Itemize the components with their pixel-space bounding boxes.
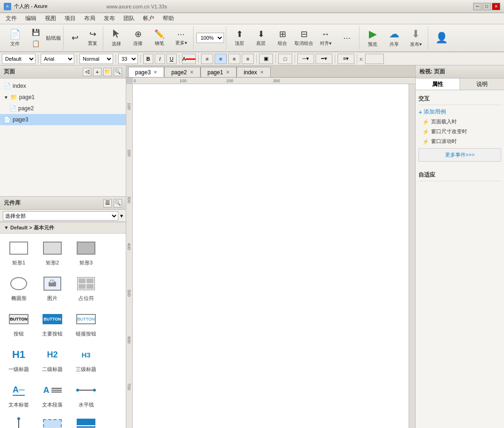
menu-publish[interactable]: 发布 [100, 14, 119, 23]
preview-button[interactable]: ▶ 预览 [362, 27, 383, 49]
event-page-load[interactable]: ⚡ 页面载入时 [418, 117, 501, 127]
font-select[interactable]: Arial [41, 54, 74, 64]
widget-textpara[interactable]: A 文本段落 [36, 378, 68, 412]
menu-help[interactable]: 帮助 [159, 14, 178, 23]
line-style-button[interactable]: ─▾ [297, 54, 314, 64]
align-button[interactable]: ↔ 对齐▾ [315, 27, 336, 49]
canvas-tab-page2-close[interactable]: ✕ [190, 70, 194, 75]
align-center-button[interactable]: ≡ [215, 54, 227, 64]
menu-team[interactable]: 团队 [120, 14, 138, 23]
page-item-page3[interactable]: 📄 page3 [0, 114, 126, 125]
close-button[interactable]: ✕ [492, 3, 500, 10]
canvas-tab-index[interactable]: index ✕ [237, 67, 271, 77]
page-item-index[interactable]: 📄 index [0, 80, 126, 92]
bold-button[interactable]: B [143, 54, 153, 64]
widget-linkbtn[interactable]: BUTTON 链接按钮 [70, 307, 102, 341]
widget-rect3[interactable]: 矩形3 [70, 236, 102, 270]
widget-hline[interactable]: 水平线 [70, 378, 102, 412]
minimize-button[interactable]: ─ [473, 3, 482, 10]
pages-search-btn[interactable]: 🔍 [114, 68, 122, 76]
border-color-button[interactable]: □ [278, 54, 292, 64]
maximize-button[interactable]: □ [482, 3, 491, 10]
more-format-button[interactable]: ≡▾ [338, 54, 354, 64]
select-tool-button[interactable]: 选择 [106, 27, 127, 49]
widget-mainbtn[interactable]: BUTTON 主要按钮 [36, 307, 68, 341]
publish-button[interactable]: ⬇ 发布▾ [405, 27, 426, 49]
menu-file[interactable]: 文件 [2, 14, 21, 23]
save-button[interactable]: 💾 [26, 27, 45, 37]
underline-button[interactable]: U [166, 54, 177, 64]
align-justify-button[interactable]: ≡ [242, 54, 254, 64]
pages-add-btn[interactable]: + [93, 68, 101, 76]
pages-collapse-btn[interactable]: ◁ [83, 68, 91, 76]
right-tab-properties[interactable]: 属性 [416, 78, 460, 90]
style-type-select[interactable]: Normal [79, 54, 113, 64]
page-item-page1[interactable]: ▼ 📁 page1 [0, 92, 126, 103]
share-button[interactable]: ☁ 共享 [384, 27, 404, 49]
undo-button[interactable]: ↩ [66, 27, 83, 49]
connect-tool-button[interactable]: ⊕ 连接 [128, 27, 148, 49]
add-case-link[interactable]: + 添加用例 [418, 107, 501, 117]
widget-rect1[interactable]: 矩形1 [3, 236, 35, 270]
page-tree: 📄 index ▼ 📁 page1 📄 page2 📄 page3 [0, 78, 126, 196]
canvas-tab-page1-close[interactable]: ✕ [226, 70, 230, 75]
top-layer-button[interactable]: ⬆ 顶层 [229, 27, 250, 49]
more-events-button[interactable]: 更多事件>>> [418, 148, 501, 162]
pages-add-folder-btn[interactable]: 📁 [103, 68, 112, 76]
coord-x-input[interactable] [365, 54, 384, 64]
line-width-button[interactable]: ━▾ [316, 54, 332, 64]
more-tools-button[interactable]: ⋯ 更多▾ [171, 27, 191, 49]
page-item-page2[interactable]: 📄 page2 [0, 103, 126, 114]
font-color-button[interactable]: A [182, 54, 196, 64]
canvas-viewport[interactable]: 0 100 200 300 100 200 300 400 500 600 70… [126, 78, 415, 428]
new-file-button[interactable]: 📄 文件 [5, 27, 25, 49]
widget-image[interactable]: 🏔 图片 [36, 272, 68, 306]
vertical-scrollbar[interactable] [409, 84, 415, 428]
widget-oval[interactable]: 椭圆形 [3, 272, 35, 306]
widget-h3[interactable]: H3 三级标题 [70, 343, 102, 377]
group-button[interactable]: ⊞ 组合 [272, 27, 293, 49]
redo-button[interactable]: ↪ 置复 [84, 27, 101, 49]
widget-h2[interactable]: H2 二级标题 [36, 343, 68, 377]
align-left-button[interactable]: ≡ [201, 54, 213, 64]
widget-h1[interactable]: H1 一级标题 [3, 343, 35, 377]
widget-mainbtn-icon: BUTTON [42, 309, 63, 329]
canvas-tab-index-close[interactable]: ✕ [260, 70, 264, 75]
menu-layout[interactable]: 布局 [80, 14, 99, 23]
right-tab-notes-label: 说明 [476, 80, 488, 88]
menu-view[interactable]: 视图 [41, 14, 60, 23]
pen-tool-button[interactable]: ✏️ 钢笔 [149, 27, 170, 49]
widget-search-btn[interactable]: 🔍 [114, 199, 122, 207]
widget-texttag[interactable]: A─ 文本标签 [3, 378, 35, 412]
widget-hotspot[interactable]: 热区 [36, 414, 68, 428]
right-tab-notes[interactable]: 说明 [460, 78, 504, 90]
canvas-content[interactable] [133, 84, 415, 428]
event-window-resize[interactable]: ⚡ 窗口尺寸改变时 [418, 127, 501, 136]
font-size-select[interactable]: 33 [118, 54, 138, 64]
align-right-button[interactable]: ≡ [228, 54, 240, 64]
canvas-tab-page3[interactable]: page3 ✕ [128, 67, 164, 77]
canvas-tab-page1[interactable]: page1 ✕ [201, 67, 237, 77]
clipboard-button[interactable]: 📋 [26, 38, 45, 49]
bottom-layer-button[interactable]: ⬇ 底层 [251, 27, 271, 49]
style-select[interactable]: Default [2, 54, 36, 64]
widget-menu-btn[interactable]: ☰ [103, 199, 112, 207]
widget-button[interactable]: BUTTON 按钮 [3, 307, 35, 341]
ungroup-button[interactable]: ⊟ 取消组合 [294, 27, 314, 49]
menu-project[interactable]: 项目 [61, 14, 79, 23]
widget-dynamic[interactable]: 动态面板 [70, 414, 102, 428]
fill-color-button[interactable]: ▣ [259, 54, 273, 64]
menu-account[interactable]: 帐户 [139, 14, 158, 23]
more-ops-button[interactable]: ⋯ [337, 27, 357, 49]
zoom-select[interactable]: 100% 50% 150% 200% [196, 33, 224, 43]
widget-placeholder[interactable]: 占位符 [70, 272, 102, 306]
user-avatar-button[interactable]: 👤 [431, 27, 452, 49]
italic-button[interactable]: I [155, 54, 165, 64]
widget-category-select[interactable]: 选择全部 [3, 211, 118, 221]
event-window-scroll[interactable]: ⚡ 窗口滚动时 [418, 136, 501, 146]
widget-vline[interactable]: 垂直线 [3, 414, 35, 428]
menu-edit[interactable]: 编辑 [22, 14, 40, 23]
canvas-tab-page3-close[interactable]: ✕ [153, 70, 157, 75]
widget-rect2[interactable]: 矩形2 [36, 236, 68, 270]
canvas-tab-page2[interactable]: page2 ✕ [164, 67, 200, 77]
